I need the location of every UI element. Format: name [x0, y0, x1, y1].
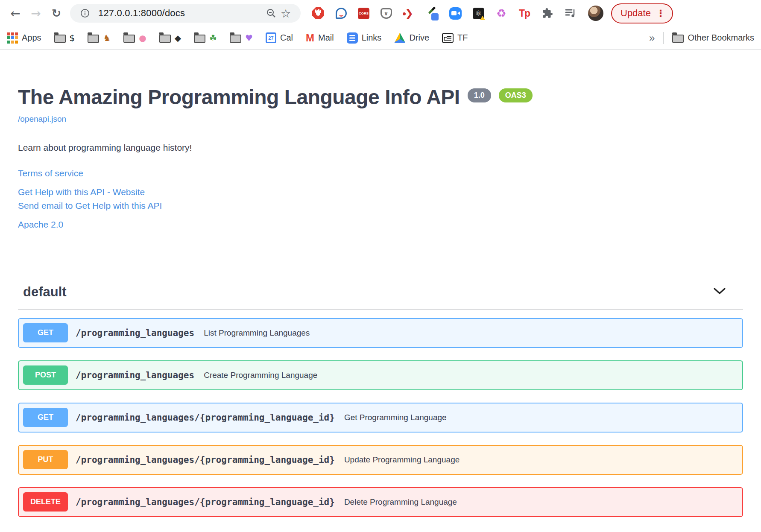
license-link[interactable]: Apache 2.0 [18, 219, 63, 230]
playlist-music-icon[interactable] [564, 7, 577, 20]
extensions-row: CORS ∨ ❯ ⚛ ♻ Tp [312, 7, 577, 20]
bookmark-links[interactable]: Links [347, 32, 382, 44]
chat-bubble-icon[interactable] [335, 7, 348, 20]
reload-icon[interactable]: ↻ [46, 7, 67, 20]
endpoint-summary: Create Programming Language [204, 371, 317, 380]
bookmark-folder-graduation-cap[interactable]: ◆ [159, 33, 181, 43]
endpoint-summary: Delete Programming Language [344, 497, 457, 507]
endpoint-summary: List Programming Languages [204, 328, 310, 338]
links-icon [347, 32, 358, 44]
purple-heart-emoji-icon: ♥ [245, 33, 253, 43]
endpoint-path: /programming_languages/{programming_lang… [76, 412, 335, 423]
endpoint-row[interactable]: GET /programming_languages List Programm… [18, 318, 743, 348]
endpoint-path: /programming_languages [76, 328, 194, 338]
endpoint-path: /programming_languages/{programming_lang… [76, 455, 335, 465]
bookmark-folder-brain[interactable]: ● [123, 33, 146, 43]
version-badge: 1.0 [468, 88, 491, 102]
page-title: The Amazing Programming Language Info AP… [18, 86, 460, 109]
cors-extension-icon[interactable]: CORS [358, 8, 369, 19]
bookmark-star-icon[interactable]: ☆ [278, 7, 293, 20]
bookmark-calendar[interactable]: 27 Cal [266, 32, 293, 43]
apps-shortcut[interactable]: Apps [7, 32, 41, 44]
address-bar[interactable]: 127.0.0.1:8000/docs ☆ [70, 4, 301, 23]
section-divider [18, 309, 743, 310]
method-badge: DELETE [23, 492, 68, 512]
red-arrow-extension-icon[interactable]: ❯ [403, 7, 416, 20]
contact-email-link[interactable]: Send email to Get Help with this API [18, 199, 743, 213]
endpoint-row[interactable]: POST /programming_languages Create Progr… [18, 360, 743, 390]
bookmark-folder-purple-heart[interactable]: ♥ [230, 33, 253, 43]
bookmark-drive[interactable]: Drive [394, 33, 429, 43]
back-icon[interactable]: ← [5, 6, 26, 20]
endpoint-path: /programming_languages [76, 370, 194, 380]
bookmarks-bar: Apps $ ♞ ● ◆ ☘ ♥ 27 Cal M Mail Links Dri… [0, 26, 761, 50]
folder-icon [230, 35, 241, 43]
apps-label: Apps [22, 33, 41, 43]
update-button[interactable]: Update ⋮ [611, 3, 673, 23]
site-info-icon[interactable] [78, 8, 92, 18]
bookmarks-divider [663, 32, 664, 44]
bookmark-folder-carousel-horse[interactable]: ♞ [88, 33, 111, 43]
bookmark-label: Mail [318, 33, 334, 43]
recycle-extension-icon[interactable]: ♻ [495, 7, 508, 20]
bookmark-tf[interactable]: TF [442, 33, 468, 43]
brain-emoji-icon: ● [139, 33, 146, 43]
bookmark-label: Links [362, 33, 382, 43]
folder-icon [88, 35, 99, 43]
forward-icon[interactable]: → [26, 6, 46, 20]
openapi-spec-link[interactable]: /openapi.json [18, 114, 66, 124]
endpoint-summary: Update Programming Language [344, 455, 460, 465]
endpoint-path: /programming_languages/{programming_lang… [76, 497, 335, 507]
method-badge: PUT [23, 450, 68, 469]
google-drive-icon [394, 33, 405, 43]
terms-of-service-link[interactable]: Terms of service [18, 168, 83, 178]
endpoint-row[interactable]: PUT /programming_languages/{programming_… [18, 445, 743, 475]
zoom-out-icon[interactable] [264, 8, 278, 19]
gmail-icon: M [306, 33, 314, 43]
bookmark-gmail[interactable]: M Mail [306, 33, 334, 43]
adblock-stop-hand-icon[interactable] [312, 7, 325, 20]
endpoint-row[interactable]: DELETE /programming_languages/{programmi… [18, 487, 743, 517]
dollar-emoji-icon: $ [70, 33, 75, 43]
method-badge: GET [23, 408, 68, 427]
endpoint-summary: Get Programming Language [344, 413, 447, 422]
folder-icon [672, 35, 684, 43]
browser-toolbar: ← → ↻ 127.0.0.1:8000/docs ☆ CORS ∨ ❯ ⚛ ♻… [0, 0, 761, 26]
swagger-ui-page: The Amazing Programming Language Info AP… [0, 86, 761, 517]
endpoint-list: GET /programming_languages List Programm… [18, 318, 743, 517]
url-text[interactable]: 127.0.0.1:8000/docs [98, 8, 264, 19]
bookmark-label: Cal [280, 33, 293, 43]
tag-section-header[interactable]: default [18, 284, 743, 300]
pocket-icon[interactable]: ∨ [380, 7, 392, 20]
herb-emoji-icon: ☘ [209, 33, 217, 43]
tampermonkey-icon[interactable]: Tp [518, 7, 531, 20]
bookmark-label: Drive [409, 33, 429, 43]
profile-avatar[interactable] [588, 6, 603, 21]
graduation-cap-emoji-icon: ◆ [175, 33, 181, 43]
browser-menu-kebab-icon[interactable]: ⋮ [656, 8, 665, 19]
endpoint-row[interactable]: GET /programming_languages/{programming_… [18, 403, 743, 433]
eyedropper-icon[interactable] [426, 7, 439, 20]
carousel-horse-emoji-icon: ♞ [103, 33, 111, 43]
zoom-video-icon[interactable] [449, 7, 462, 20]
contact-website-link[interactable]: Get Help with this API - Website [18, 185, 743, 199]
puzzle-extensions-icon[interactable] [541, 7, 554, 20]
bookmark-folder-dollar[interactable]: $ [54, 33, 75, 43]
folder-icon [194, 35, 205, 43]
bookmark-folder-herb[interactable]: ☘ [194, 33, 217, 43]
tf-favicon [442, 33, 454, 43]
method-badge: GET [23, 323, 68, 342]
api-description: Learn about programming language history… [18, 143, 743, 153]
tag-default-label: default [23, 284, 67, 300]
update-label: Update [621, 8, 651, 19]
method-badge: POST [23, 365, 68, 385]
bookmarks-overflow-chevron-icon[interactable]: » [649, 32, 655, 44]
react-devtools-icon[interactable]: ⚛ [472, 7, 485, 20]
folder-icon [159, 35, 171, 43]
folder-icon [54, 35, 66, 43]
section-collapse-chevron-icon[interactable] [713, 287, 726, 297]
apps-grid-icon [7, 32, 18, 44]
other-bookmarks[interactable]: Other Bookmarks [672, 33, 754, 43]
bookmark-label: TF [457, 33, 468, 43]
google-calendar-icon: 27 [266, 32, 276, 43]
